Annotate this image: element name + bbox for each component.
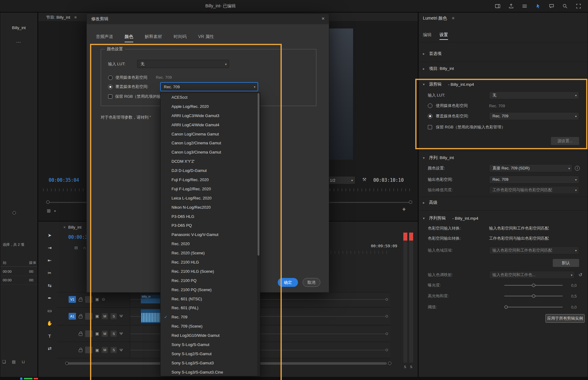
chevron-down-icon[interactable]: ▾ [54,209,56,213]
color-space-option[interactable]: Panasonic V-Log/V-Gamut [160,230,260,239]
mute-button[interactable]: M [102,313,108,319]
dialog-title-bar[interactable]: 修改剪辑 [87,14,329,24]
panel-menu-icon[interactable]: ≡ [452,16,454,21]
program-monitor-tab[interactable]: 节目: Billy_int ≡ [46,15,77,20]
input-lut-select[interactable]: 无▾ [489,91,579,99]
section-advanced[interactable]: ▸高级 [419,199,588,206]
trash-icon[interactable]: ⊔ [22,359,25,364]
comparison-view-icon[interactable]: ⊞ [47,208,51,214]
color-space-option[interactable]: Rec. 709 [160,313,260,322]
band-handle[interactable] [386,298,388,301]
output-colorspace-select[interactable]: Rec. 709▾ [489,176,579,184]
cancel-button[interactable]: 取消 [303,278,320,287]
tab-timecode[interactable]: 时间码 [174,34,187,42]
lock-icon[interactable] [79,333,82,336]
color-space-option[interactable]: P3-D65 HLG [160,212,260,221]
mute-button[interactable]: M [102,347,108,353]
color-space-option[interactable]: Canon Log3/Cinema Gamut [160,148,260,157]
highlight-knob[interactable] [532,294,535,298]
color-space-option[interactable]: Rec. 709 (Scene) [160,322,260,331]
color-space-option[interactable]: Sony S-Log3/S-Gamut3 [160,359,260,368]
band-handle[interactable] [386,315,388,317]
color-space-option[interactable]: Red Log3G10/Wide Gamut [160,331,260,340]
source-patch-box[interactable] [85,313,92,320]
override-radio[interactable] [108,85,113,89]
source-patch-box[interactable] [85,296,92,303]
list-item[interactable]: 00:00 00: [0,276,37,285]
band-handle[interactable] [386,349,388,351]
lock-icon[interactable] [79,299,82,302]
reset-icon[interactable]: ↺ [579,272,582,278]
preserve-rgb-checkbox[interactable] [428,125,432,129]
color-space-option[interactable]: Rec. 2020 [160,239,260,249]
source-patch-box[interactable] [85,347,92,353]
color-space-option[interactable]: Rec. 2020 (Scene) [160,249,260,258]
exposure-knob[interactable] [532,284,535,287]
film-icon[interactable]: ▣ [95,348,99,352]
tab-vr-properties[interactable]: VR 属性 [198,34,214,42]
track-target-a1[interactable]: A1 [69,313,76,320]
add-button[interactable]: + [402,206,406,213]
mute-button[interactable]: M [102,331,108,337]
solo-button[interactable]: S [111,347,117,353]
threshold-slider[interactable] [504,307,563,307]
color-space-option[interactable]: Canon Log2/Cinema Gamut [160,139,260,148]
zoom-slider-knob[interactable] [13,211,16,215]
threshold-knob[interactable] [504,306,508,309]
color-space-option[interactable]: Sony S-Log2/S-Gamut [160,349,260,359]
section-source-clip[interactable]: ▾ 源剪辑 - Billy_int.mp4 [419,81,588,88]
rectangle-tool[interactable]: ▭ [46,307,53,314]
scrollbar-left-handle[interactable] [46,200,50,204]
color-setup-select[interactable]: 直接 Rec. 709 (SDR)▾ [489,164,572,172]
color-space-option[interactable]: Rec. 2100 HLG (Scene) [160,267,260,276]
razor-tool[interactable]: ✂ [46,270,53,276]
lock-icon[interactable] [79,349,82,352]
color-space-option[interactable]: Rec. 601 (PAL) [160,303,260,313]
color-space-option[interactable]: ARRI LogC3/Wide Gamut3 [160,111,260,120]
color-space-option[interactable]: Canon Log/Cinema Gamut [160,130,260,139]
tab-settings[interactable]: 设置 [439,32,448,40]
nest-icon[interactable]: ⊟ [74,245,78,250]
close-icon[interactable]: × [63,225,66,230]
override-colorspace-select[interactable]: Rec. 709▾ [160,82,258,91]
lock-icon[interactable] [79,316,82,318]
color-space-option[interactable]: Apple Log/Rec. 2020 [160,102,260,111]
playback-resolution-select[interactable]: 1/2▾ [326,176,355,184]
use-media-radio[interactable] [108,75,113,80]
mic-icon[interactable]: Ψ [119,314,123,318]
color-space-option[interactable]: Rec. 601 (NTSC) [160,294,260,304]
close-icon[interactable]: × [322,16,325,22]
audio-clip[interactable] [141,309,162,323]
color-space-option[interactable]: DJI D-Log/D-Gamut [160,166,260,175]
color-space-option[interactable]: Rec. 2100 PQ (Scene) [160,285,260,294]
sequence-tab[interactable]: × Billy_int [63,225,81,230]
color-space-option[interactable]: Sony S-Log3/S-Gamut3.Cine [160,368,260,376]
film-icon[interactable]: ▣ [95,314,99,318]
color-space-option[interactable]: Rec. 2100 PQ [160,276,260,285]
preserve-rgb-checkbox[interactable] [108,94,112,99]
override-colorspace-select[interactable]: Rec. 709▾ [489,112,579,120]
cursor-tool-icon[interactable] [535,3,541,9]
color-space-option[interactable]: Leica L-Log/Rec. 2020 [160,194,260,203]
tab-color[interactable]: 颜色 [125,34,133,42]
apply-to-all-button[interactable]: 应用于所有剪辑实例 [545,314,585,323]
section-preferences[interactable]: ▸首选项 [419,50,588,57]
info-icon[interactable] [575,166,580,171]
color-space-option[interactable]: P3-D65 PQ [160,221,260,230]
list-view-icon[interactable]: ▤ [12,359,16,364]
tab-interpret-footage[interactable]: 解释素材 [145,34,162,42]
scrollbar-right-handle[interactable] [409,200,412,204]
column-header-start[interactable]: 始 [3,260,6,265]
current-timecode[interactable]: 00:00:35:04 [49,177,79,183]
solo-button[interactable]: S [111,313,117,319]
settings-wrench-icon[interactable]: ⚒ [362,177,366,182]
section-sequence[interactable]: ▾ 序列: Billy_int [419,154,588,162]
scrollbar-left-handle[interactable] [65,362,69,365]
use-media-radio[interactable] [428,104,432,108]
film-icon[interactable]: ▣ [95,331,99,336]
solo-button[interactable]: S [111,331,117,337]
section-sequence-clip[interactable]: ▾ 序列剪辑 - Billy_int.mp4 [419,215,588,222]
panel-menu-icon[interactable]: ≡ [74,15,77,20]
mic-icon[interactable]: Ψ [119,331,123,336]
slip-tool[interactable]: ⇆ [46,282,53,289]
